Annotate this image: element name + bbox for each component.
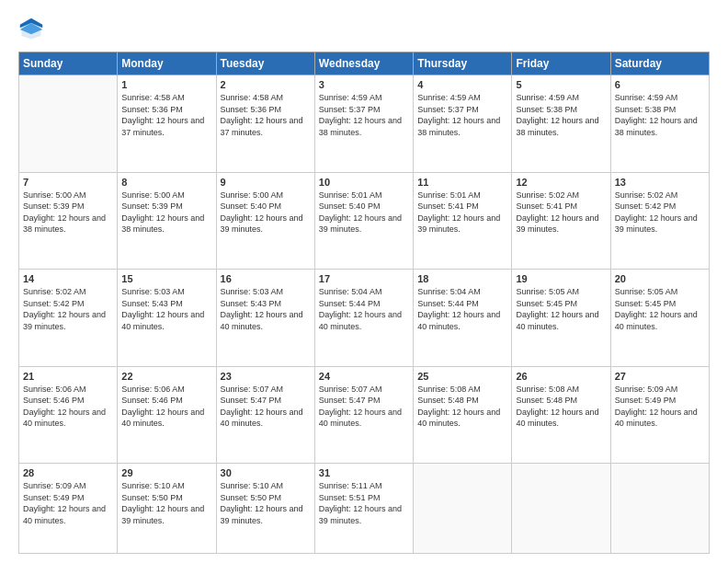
col-header-thursday: Thursday [414,52,512,75]
day-info: Sunrise: 5:00 AMSunset: 5:39 PMDaylight:… [121,190,211,236]
day-number: 13 [615,177,705,188]
day-info: Sunrise: 5:07 AMSunset: 5:47 PMDaylight:… [319,384,409,430]
week-row-4: 21Sunrise: 5:06 AMSunset: 5:46 PMDayligh… [19,366,710,464]
calendar-cell [610,464,709,554]
col-header-sunday: Sunday [19,52,118,75]
day-number: 25 [417,371,507,382]
logo [18,17,48,42]
day-info: Sunrise: 5:02 AMSunset: 5:42 PMDaylight:… [23,286,113,332]
day-info: Sunrise: 5:03 AMSunset: 5:43 PMDaylight:… [221,286,311,332]
day-number: 17 [319,273,409,284]
day-info: Sunrise: 5:06 AMSunset: 5:46 PMDaylight:… [121,384,211,430]
day-number: 18 [417,273,507,284]
day-number: 28 [23,467,113,478]
week-row-2: 7Sunrise: 5:00 AMSunset: 5:39 PMDaylight… [19,172,710,270]
days-header-row: SundayMondayTuesdayWednesdayThursdayFrid… [19,52,710,75]
calendar-table: SundayMondayTuesdayWednesdayThursdayFrid… [18,52,710,554]
calendar-cell: 18Sunrise: 5:04 AMSunset: 5:44 PMDayligh… [414,270,512,367]
calendar-cell: 4Sunrise: 4:59 AMSunset: 5:37 PMDaylight… [414,75,512,173]
calendar-cell: 13Sunrise: 5:02 AMSunset: 5:42 PMDayligh… [610,172,709,270]
day-number: 20 [615,273,705,284]
day-number: 6 [615,79,705,90]
day-number: 16 [221,273,311,284]
day-number: 8 [121,177,211,188]
calendar-cell: 3Sunrise: 4:59 AMSunset: 5:37 PMDaylight… [314,75,413,173]
calendar-cell: 24Sunrise: 5:07 AMSunset: 5:47 PMDayligh… [314,366,413,464]
day-info: Sunrise: 4:59 AMSunset: 5:38 PMDaylight:… [615,92,705,138]
calendar-cell: 25Sunrise: 5:08 AMSunset: 5:48 PMDayligh… [414,366,512,464]
day-info: Sunrise: 5:07 AMSunset: 5:47 PMDaylight:… [221,384,311,430]
day-info: Sunrise: 5:11 AMSunset: 5:51 PMDaylight:… [319,480,409,526]
day-info: Sunrise: 5:08 AMSunset: 5:48 PMDaylight:… [417,384,507,430]
day-number: 15 [121,273,211,284]
week-row-1: 1Sunrise: 4:58 AMSunset: 5:36 PMDaylight… [19,75,710,173]
day-number: 14 [23,273,113,284]
calendar-cell: 29Sunrise: 5:10 AMSunset: 5:50 PMDayligh… [118,464,216,554]
day-info: Sunrise: 5:02 AMSunset: 5:42 PMDaylight:… [615,190,705,236]
day-number: 3 [319,79,409,90]
day-number: 29 [121,467,211,478]
day-number: 12 [516,177,606,188]
calendar-cell: 17Sunrise: 5:04 AMSunset: 5:44 PMDayligh… [314,270,413,367]
day-number: 30 [221,467,311,478]
day-number: 22 [121,371,211,382]
week-row-5: 28Sunrise: 5:09 AMSunset: 5:49 PMDayligh… [19,464,710,554]
day-number: 19 [516,273,606,284]
col-header-tuesday: Tuesday [216,52,314,75]
day-number: 2 [221,79,311,90]
calendar-cell: 28Sunrise: 5:09 AMSunset: 5:49 PMDayligh… [19,464,118,554]
day-number: 21 [23,371,113,382]
day-number: 7 [23,177,113,188]
calendar-cell: 27Sunrise: 5:09 AMSunset: 5:49 PMDayligh… [610,366,709,464]
day-number: 5 [516,79,606,90]
calendar-cell: 5Sunrise: 4:59 AMSunset: 5:38 PMDaylight… [512,75,610,173]
day-info: Sunrise: 4:59 AMSunset: 5:38 PMDaylight:… [516,92,606,138]
logo-icon [18,17,44,42]
day-number: 10 [319,177,409,188]
col-header-monday: Monday [118,52,216,75]
calendar-cell: 16Sunrise: 5:03 AMSunset: 5:43 PMDayligh… [216,270,314,367]
day-info: Sunrise: 5:06 AMSunset: 5:46 PMDaylight:… [23,384,113,430]
calendar-cell: 23Sunrise: 5:07 AMSunset: 5:47 PMDayligh… [216,366,314,464]
calendar-cell: 7Sunrise: 5:00 AMSunset: 5:39 PMDaylight… [19,172,118,270]
calendar-cell [512,464,610,554]
col-header-wednesday: Wednesday [314,52,413,75]
calendar-cell [414,464,512,554]
day-number: 1 [121,79,211,90]
calendar-cell: 2Sunrise: 4:58 AMSunset: 5:36 PMDaylight… [216,75,314,173]
day-number: 4 [417,79,507,90]
day-info: Sunrise: 5:09 AMSunset: 5:49 PMDaylight:… [23,480,113,526]
calendar-cell: 14Sunrise: 5:02 AMSunset: 5:42 PMDayligh… [19,270,118,367]
day-number: 31 [319,467,409,478]
day-info: Sunrise: 5:05 AMSunset: 5:45 PMDaylight:… [615,286,705,332]
calendar-cell: 31Sunrise: 5:11 AMSunset: 5:51 PMDayligh… [314,464,413,554]
calendar-cell: 12Sunrise: 5:02 AMSunset: 5:41 PMDayligh… [512,172,610,270]
col-header-friday: Friday [512,52,610,75]
day-info: Sunrise: 5:02 AMSunset: 5:41 PMDaylight:… [516,190,606,236]
day-info: Sunrise: 4:59 AMSunset: 5:37 PMDaylight:… [319,92,409,138]
day-number: 27 [615,371,705,382]
day-number: 24 [319,371,409,382]
calendar-cell: 22Sunrise: 5:06 AMSunset: 5:46 PMDayligh… [118,366,216,464]
calendar-cell: 1Sunrise: 4:58 AMSunset: 5:36 PMDaylight… [118,75,216,173]
day-info: Sunrise: 5:00 AMSunset: 5:40 PMDaylight:… [221,190,311,236]
day-info: Sunrise: 5:04 AMSunset: 5:44 PMDaylight:… [319,286,409,332]
calendar-cell [19,75,118,173]
calendar-cell: 26Sunrise: 5:08 AMSunset: 5:48 PMDayligh… [512,366,610,464]
calendar-cell: 9Sunrise: 5:00 AMSunset: 5:40 PMDaylight… [216,172,314,270]
calendar-cell: 20Sunrise: 5:05 AMSunset: 5:45 PMDayligh… [610,270,709,367]
day-info: Sunrise: 5:00 AMSunset: 5:39 PMDaylight:… [23,190,113,236]
day-info: Sunrise: 5:01 AMSunset: 5:40 PMDaylight:… [319,190,409,236]
col-header-saturday: Saturday [610,52,709,75]
day-info: Sunrise: 5:10 AMSunset: 5:50 PMDaylight:… [121,480,211,526]
page: SundayMondayTuesdayWednesdayThursdayFrid… [0,0,728,563]
calendar-cell: 30Sunrise: 5:10 AMSunset: 5:50 PMDayligh… [216,464,314,554]
day-number: 9 [221,177,311,188]
calendar-cell: 21Sunrise: 5:06 AMSunset: 5:46 PMDayligh… [19,366,118,464]
day-number: 26 [516,371,606,382]
calendar-cell: 8Sunrise: 5:00 AMSunset: 5:39 PMDaylight… [118,172,216,270]
day-info: Sunrise: 5:01 AMSunset: 5:41 PMDaylight:… [417,190,507,236]
calendar-cell: 19Sunrise: 5:05 AMSunset: 5:45 PMDayligh… [512,270,610,367]
day-info: Sunrise: 5:05 AMSunset: 5:45 PMDaylight:… [516,286,606,332]
day-number: 11 [417,177,507,188]
